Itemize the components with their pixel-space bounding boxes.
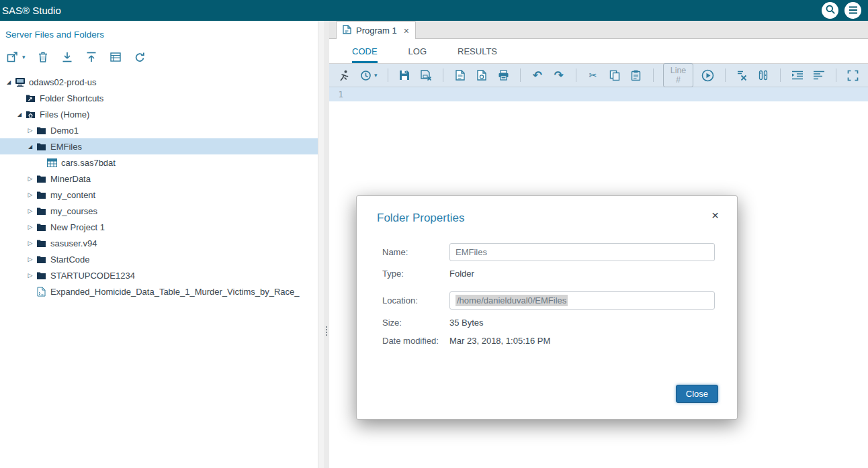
folder-icon [35,191,48,199]
tree-item[interactable]: Expanded_Homicide_Data_Table_1_Murder_Vi… [0,283,318,299]
toolbar-separator [443,68,443,82]
location-value: /home/danielduval0/EMFiles [455,295,568,306]
page-setup-icon[interactable] [475,68,488,82]
left-panel: Server Files and Folders ▾ ◢odaws02-prod… [0,21,318,468]
search-button[interactable] [822,2,838,19]
run-icon[interactable] [337,68,351,82]
tab-results[interactable]: RESULTS [458,39,497,63]
tree-item[interactable]: ◢odaws02-prod-us [0,74,318,90]
close-button[interactable]: Close [676,385,718,403]
tab-close-icon[interactable]: × [404,26,409,36]
menu-button[interactable] [844,2,861,19]
folder-icon [35,126,48,135]
left-panel-scrollbar[interactable] [318,21,324,468]
tree-item[interactable]: ◢Files (Home) [0,106,318,122]
view-list-icon[interactable] [109,50,122,64]
tree-item-label: Expanded_Homicide_Data_Table_1_Murder_Vi… [50,287,299,297]
expander-icon[interactable]: ▷ [26,175,35,182]
tab-code[interactable]: CODE [352,39,378,63]
tree-item[interactable]: ▷New Project 1 [0,219,318,235]
tree-item-label: cars.sas7bdat [61,158,116,168]
expander-icon[interactable]: ▷ [26,127,35,134]
tree-item-label: Files (Home) [40,109,89,120]
line-number-toggle[interactable]: Line # [663,63,693,87]
tree-item[interactable]: ▷MinerData [0,171,318,187]
field-label: Name: [382,247,449,257]
table-icon [46,158,58,167]
tree-item[interactable]: ▷my_courses [0,203,318,219]
toolbar-separator [520,68,521,82]
expander-icon[interactable]: ▷ [26,224,35,230]
maximize-icon[interactable] [847,68,860,82]
folder-icon [35,223,48,232]
upload-icon[interactable] [85,50,98,64]
print-icon[interactable] [496,68,510,82]
tree-item[interactable]: ▷STARTUPCODE1234 [0,267,318,283]
expander-icon[interactable]: ◢ [4,79,13,85]
file-tree: ◢odaws02-prod-usFolder Shortcuts◢Files (… [0,71,318,468]
field-label: Type: [382,269,449,279]
toolbar-separator [725,68,726,82]
save-icon[interactable] [398,68,411,82]
line-number: 1 [329,89,349,99]
tree-item[interactable]: cars.sas7bdat [0,154,318,171]
download-icon[interactable] [60,50,74,64]
panel-splitter[interactable] [324,21,329,468]
tab-log[interactable]: LOG [408,39,427,63]
chevron-down-icon[interactable]: ▾ [374,72,378,79]
tree-item[interactable]: ▷sasuser.v94 [0,235,318,251]
tree-item-label: Folder Shortcuts [40,93,103,103]
expander-icon[interactable]: ▷ [26,256,35,263]
new-options-icon[interactable] [5,50,19,64]
chevron-down-icon[interactable]: ▾ [22,54,26,60]
tree-item-label: Demo1 [50,126,79,136]
cut-icon[interactable]: ✂ [587,68,600,82]
delete-icon[interactable] [36,50,50,64]
name-value: EMFiles [455,247,487,257]
tree-item[interactable]: Folder Shortcuts [0,90,318,106]
print-preview-icon[interactable] [453,68,467,82]
field-row-size: Size:35 Bytes [382,318,717,328]
folder-shortcut-icon [24,94,37,103]
folder-home-icon [24,110,37,119]
tree-item[interactable]: ▷StartCode [0,251,318,267]
tree-item[interactable]: ▷my_content [0,187,318,203]
copy-icon[interactable] [608,68,621,82]
expander-icon[interactable]: ◢ [26,144,35,150]
splitter-handle-icon[interactable] [326,326,327,336]
expander-icon[interactable]: ▷ [26,272,35,279]
active-line[interactable]: 1 [329,87,868,101]
location-input[interactable]: /home/danielduval0/EMFiles [449,291,715,310]
submit-icon[interactable] [701,68,715,82]
tab-program-1[interactable]: Program 1 × [336,21,416,39]
paste-icon[interactable] [630,68,643,82]
tree-item[interactable]: ◢EMFiles [0,138,318,154]
expander-icon[interactable]: ▷ [26,240,35,246]
server-icon [13,77,26,87]
save-as-icon[interactable] [419,68,433,82]
indent-icon[interactable] [791,68,804,82]
subtabs: CODELOGRESULTS [329,39,868,64]
expander-icon[interactable]: ◢ [15,111,24,118]
undo-icon[interactable]: ↶ [531,68,544,82]
tree-item[interactable]: ▷Demo1 [0,122,318,138]
field-label: Date modified: [382,336,449,346]
tree-item-label: EMFiles [50,142,82,152]
expander-icon[interactable]: ▷ [26,207,35,214]
program-icon [343,25,352,36]
expander-icon[interactable]: ▷ [26,191,35,198]
tree-item-label: odaws02-prod-us [29,77,96,87]
folder-icon [35,239,48,248]
submit-history-icon[interactable] [359,68,372,82]
folder-properties-dialog: Folder Properties × Name:EMFilesType:Fol… [356,195,738,420]
name-input[interactable]: EMFiles [449,243,715,261]
tab-bar: Program 1 × [329,21,868,39]
refresh-icon[interactable] [133,50,146,64]
format-code-icon[interactable] [812,68,826,82]
find-replace-icon[interactable] [756,68,770,82]
clear-code-icon[interactable] [735,68,748,82]
redo-icon[interactable]: ↷ [552,68,566,82]
field-row-date-modified: Date modified:Mar 23, 2018, 1:05:16 PM [382,336,717,346]
field-row-location: Location:/home/danielduval0/EMFiles [382,291,717,310]
dialog-close-icon[interactable]: × [711,209,719,222]
